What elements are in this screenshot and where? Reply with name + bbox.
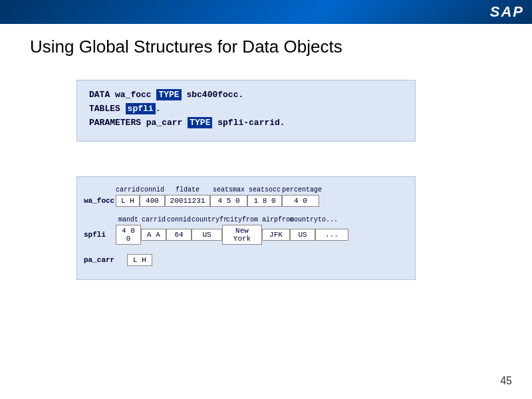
code-highlight-3: TYPE [188,117,212,128]
code-text-3b: spfli-carrid. [212,118,285,128]
code-text-1b: sbc400focc. [182,90,244,100]
cell-seatsmax: 4 5 0 [210,195,247,207]
spfli-row: spfli 4 0 0 A A 64 US New York JFK US ..… [84,225,408,245]
cell-pct: 4 0 [282,195,319,207]
sap-header: SAP [0,0,532,24]
cell-mandt: 4 0 0 [116,225,141,245]
spfli-label: spfli [84,231,116,239]
wa-focc-label: wa_focc [84,197,116,205]
page-title: Using Global Structures for Data Objects [30,37,342,57]
cell-countryto: US [290,229,315,241]
cell-connid2: 64 [166,229,192,241]
page-number: 45 [500,375,512,387]
header-connid2: connid [166,216,192,223]
cell-fldate: 20011231 [165,195,210,207]
data-block: carrid connid fldate seatsmax seatsocc p… [76,176,416,280]
cell-airfrom: JFK [262,229,290,241]
code-text-3a: PARAMETERS pa_carr [89,118,188,128]
header-seatsmax: seatsmax [210,186,247,194]
code-text-2a: TABLES [89,104,126,114]
header-fldate: fldate [165,186,210,194]
code-text-1a: DATA wa_focc [89,90,156,100]
cell-connid: 400 [140,195,165,207]
wa-focc-row: wa_focc L H 400 20011231 4 5 0 1 8 0 4 0 [84,195,408,207]
header-seatsocc: seatsocc [247,186,282,194]
pacarr-row: pa_carr L H [84,254,408,266]
header-percentage: percentage [282,186,319,194]
cell-cityfrom: New York [222,225,262,245]
cell-pacarr: L H [127,254,152,266]
cell-seatsocc: 1 8 0 [247,195,282,207]
code-line-1: DATA wa_focc TYPE sbc400focc. [89,90,403,100]
code-block: DATA wa_focc TYPE sbc400focc. TABLES spf… [76,80,416,142]
code-highlight-1: TYPE [156,89,181,100]
spfli-headers: mandt carrid connid countryfr cityfrom a… [116,216,408,223]
header-dots: ... [315,216,348,223]
code-text-2b: . [156,104,161,114]
wa-focc-headers: carrid connid fldate seatsmax seatsocc p… [116,186,408,194]
header-airfrom: airpfrom [262,216,290,223]
header-carrid2: carrid [141,216,166,223]
code-line-3: PARAMETERS pa_carr TYPE spfli-carrid. [89,118,403,128]
header-countryto: countryto [290,216,315,223]
sap-logo: SAP [490,3,524,21]
cell-dots: ... [315,229,348,241]
header-carrid: carrid [116,186,140,194]
header-cityfrom: cityfrom [222,216,262,223]
cell-countryfr: US [192,229,222,241]
pacarr-label: pa_carr [84,256,127,264]
header-mandt: mandt [116,216,141,223]
header-connid: connid [140,186,165,194]
cell-carrid2: A A [141,229,166,241]
code-line-2: TABLES spfli. [89,104,403,114]
header-countryfr: countryfr [192,216,222,223]
code-highlight-2: spfli [126,103,156,114]
cell-carrid: L H [116,195,140,207]
